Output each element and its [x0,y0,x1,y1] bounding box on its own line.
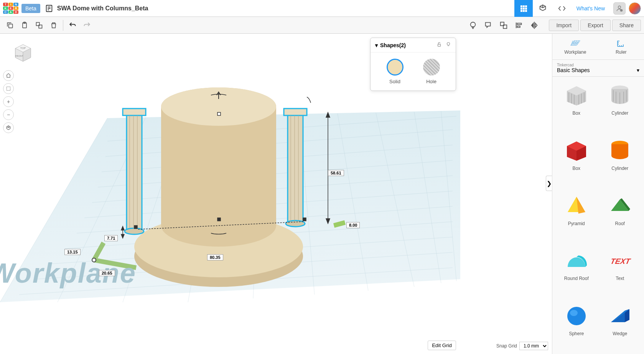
svg-rect-62 [284,109,307,115]
shape-category-value: Basic Shapes [557,67,590,73]
svg-text:+: + [621,9,622,12]
document-icon[interactable] [45,4,53,13]
svg-rect-25 [517,26,520,27]
shapes-inspector-panel: ▾ Shapes(2) Solid Hole [370,38,456,91]
zoom-out-button[interactable]: − [3,109,14,120]
main-area: Workplane 58.61 80.35 20.65 13.15 7.71 8… [0,34,644,354]
measurement-offset-x[interactable]: 20.65 [99,270,115,276]
shape-box-red[interactable]: Box [557,137,596,184]
export-button[interactable]: Export [580,20,610,31]
lock-icon[interactable] [436,42,442,48]
shape-label: Pyramid [568,221,585,226]
svg-rect-56 [123,109,146,115]
shape-sphere[interactable]: Sphere [557,302,596,349]
shape-wedge[interactable]: Wedge [601,302,640,349]
shape-box-striped[interactable]: Box [557,81,596,129]
svg-rect-68 [217,218,221,221]
svg-rect-9 [525,8,527,10]
ruler-tool-label: Ruler [616,49,627,55]
svg-text:TOP: TOP [20,47,26,49]
group-button[interactable] [497,18,511,32]
redo-button[interactable] [80,18,94,32]
shape-cylinder-orange[interactable]: Cylinder [601,137,640,184]
tinkercad-logo[interactable]: TIN KER CAD [3,3,18,14]
undo-button[interactable] [66,18,79,32]
code-mode-button[interactable] [553,0,571,17]
hole-option[interactable]: Hole [423,59,440,84]
shape-library-grid: Box Cylinder Box Cylinder Pyramid Roof [552,77,644,354]
app-header: TIN KER CAD Beta SWA Dome with Columns_B… [0,0,644,17]
whats-new-link[interactable]: What's New [572,5,609,12]
share-button[interactable]: Share [612,20,641,31]
blocks-mode-button[interactable] [534,0,552,17]
svg-text:FRONT: FRONT [15,55,23,57]
svg-rect-10 [520,10,522,12]
view-cube[interactable]: TOP FRONT [12,41,35,64]
shape-cylinder-striped[interactable]: Cylinder [601,81,640,129]
chevron-down-icon: ▾ [375,42,378,48]
grid-view-button[interactable] [514,0,533,17]
svg-point-117 [567,307,586,325]
shape-label: Box [572,166,580,171]
duplicate-button[interactable] [32,18,46,32]
shape-label: Box [572,110,580,116]
shape-label: Cylinder [611,166,628,171]
hole-label: Hole [426,79,436,84]
delete-button[interactable] [47,18,61,32]
shapes-inspector-title: Shapes(2) [380,42,406,48]
shape-roof[interactable]: Roof [601,192,640,239]
solid-option[interactable]: Solid [387,59,404,84]
hint-button[interactable] [466,18,480,32]
shapes-inspector-header[interactable]: ▾ Shapes(2) [371,38,456,53]
svg-rect-84 [7,87,10,90]
measurement-offset-y[interactable]: 13.15 [64,249,81,255]
shapes-sidebar: Workplane Ruler Tinkercad Basic Shapes ▾… [552,34,644,354]
svg-text:TEXT: TEXT [610,257,632,266]
home-view-button[interactable] [3,70,14,81]
svg-rect-67 [217,112,221,115]
measurement-width[interactable]: 80.35 [207,254,223,260]
lightbulb-icon[interactable] [446,42,451,48]
document-title[interactable]: SWA Dome with Columns_Beta [57,5,148,12]
align-button[interactable] [512,18,526,32]
svg-rect-70 [303,218,306,221]
shape-text[interactable]: TEXT Text [601,247,640,294]
workplane-3d-view[interactable] [0,34,552,354]
shape-label: Text [616,276,624,281]
shape-category-select[interactable]: Tinkercad Basic Shapes ▾ [552,60,644,77]
workplane-tool[interactable]: Workplane [552,34,598,59]
measurement-elevation[interactable]: 8.00 [346,222,360,228]
svg-rect-8 [523,8,525,10]
workplane-tool-label: Workplane [564,49,586,55]
shape-label: Round Roof [564,276,589,281]
perspective-button[interactable] [3,122,14,133]
shape-category-label: Tinkercad [557,63,639,67]
account-avatar[interactable] [629,2,641,15]
svg-rect-5 [523,5,525,7]
ruler-tool[interactable]: Ruler [598,34,644,59]
paste-button[interactable] [18,18,31,32]
zoom-in-button[interactable]: + [3,96,14,107]
svg-rect-16 [9,24,13,28]
workplane-watermark: Workplane [0,257,136,289]
user-avatar[interactable]: + [613,2,626,15]
fit-view-button[interactable] [3,83,14,94]
mirror-button[interactable] [527,18,541,32]
sidebar-collapse-button[interactable]: ❯ [546,176,552,191]
edit-grid-button[interactable]: Edit Grid [428,341,456,350]
svg-rect-11 [523,10,525,12]
snap-grid-select[interactable]: 1.0 mm [519,342,548,350]
shape-label: Roof [615,221,625,226]
notes-button[interactable] [481,18,495,32]
measurement-depth[interactable]: 7.71 [104,235,118,241]
shape-pyramid[interactable]: Pyramid [557,192,596,239]
toolbar: Import Export Share [0,17,644,34]
svg-rect-12 [525,10,527,12]
svg-rect-55 [127,110,142,229]
canvas[interactable]: Workplane 58.61 80.35 20.65 13.15 7.71 8… [0,34,552,354]
copy-button[interactable] [3,18,17,32]
import-button[interactable]: Import [549,20,579,31]
shape-round-roof[interactable]: Round Roof [557,247,596,294]
measurement-height[interactable]: 58.61 [328,170,344,176]
shape-label: Wedge [613,331,627,336]
